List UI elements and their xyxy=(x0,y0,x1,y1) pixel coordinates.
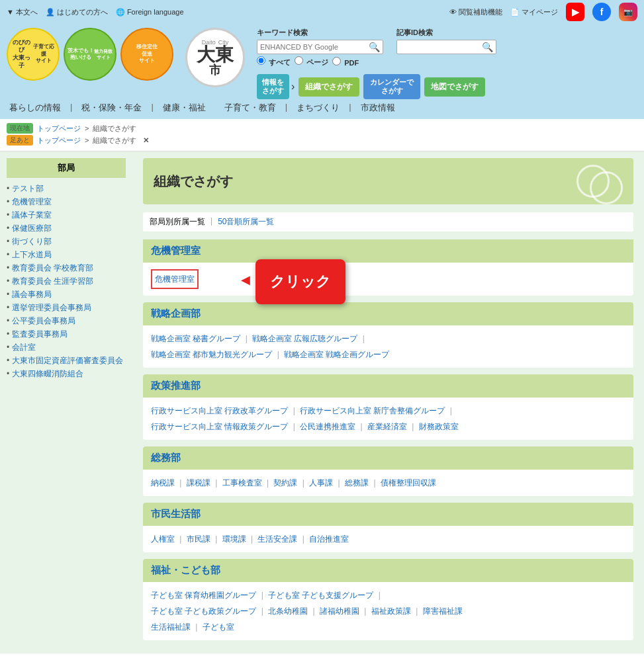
sidebar-link-senkyo[interactable]: 選挙管理委員会事務局 xyxy=(12,303,91,312)
welfare-link-4[interactable]: 北条幼稚園 xyxy=(268,607,308,616)
crisis-header-link[interactable]: 危機管理室 xyxy=(151,245,201,256)
sidebar-link-test[interactable]: テスト部 xyxy=(12,184,44,193)
sidebar-link-3[interactable]: 議体子業室 xyxy=(12,210,52,220)
breadcrumb-current-page: 組織でさがす xyxy=(93,124,136,134)
general-link-3[interactable]: 工事検査室 xyxy=(222,478,262,487)
sidebar-link-shobo[interactable]: 大東四條畷消防組合 xyxy=(12,369,83,378)
welfare-link-7[interactable]: 障害福祉課 xyxy=(423,607,463,616)
sidebar-item: 上下水道局 xyxy=(7,249,126,261)
general-link-5[interactable]: 人事課 xyxy=(309,478,333,487)
miryoku-logo[interactable]: 茨木でも！抱いける魅力発散サイト xyxy=(64,28,116,81)
citizen-header-link[interactable]: 市民生活部 xyxy=(151,508,201,519)
breadcrumb-history-top-link[interactable]: トップページ xyxy=(37,136,81,146)
sidebar-link-suido[interactable]: 上下水道局 xyxy=(12,250,52,259)
sidebar-link-kohei[interactable]: 公平委員会事務局 xyxy=(12,316,75,325)
article-search-input-row: 🔍 xyxy=(396,40,496,54)
policy-link-3[interactable]: 行政サービス向上室 情報政策グループ xyxy=(151,422,288,431)
nav-machi[interactable]: まちづくり xyxy=(294,102,342,114)
policy-link-2[interactable]: 行政サービス向上室 新庁舎整備グループ xyxy=(300,406,445,415)
facebook-icon[interactable]: f xyxy=(592,3,611,21)
foreign-link[interactable]: 🌐 Foreign language xyxy=(116,8,184,17)
policy-link-6[interactable]: 財務政策室 xyxy=(419,422,459,431)
general-link-7[interactable]: 債権整理回収課 xyxy=(381,478,436,487)
crisis-room-link[interactable]: 危機管理室 xyxy=(155,274,195,284)
citizen-link-3[interactable]: 環境課 xyxy=(222,534,246,544)
general-link-1[interactable]: 納税課 xyxy=(151,478,175,487)
general-link-6[interactable]: 総務課 xyxy=(345,478,369,487)
sidebar-link-gikai[interactable]: 議会事務局 xyxy=(12,290,52,299)
general-link-2[interactable]: 課税課 xyxy=(187,478,210,487)
strategy-link-2[interactable]: 戦略企画室 広報広聴グループ xyxy=(252,334,357,343)
citizen-link-1[interactable]: 人権室 xyxy=(151,534,175,544)
policy-body: 行政サービス向上室 行政改革グループ | 行政サービス向上室 新庁舎整備グループ… xyxy=(143,398,633,440)
info-search-button[interactable]: 情報をさがす xyxy=(257,74,289,99)
history-badge: 足あと xyxy=(7,135,33,146)
mypage-link[interactable]: 📄 マイページ xyxy=(510,7,558,17)
sidebar-link-edu1[interactable]: 教育委員会 学校教育部 xyxy=(12,263,93,273)
welfare-link-1[interactable]: 子ども室 保育幼稚園グループ xyxy=(151,591,256,600)
sidebar-link-kotei[interactable]: 大東市固定資産評価審査委員会 xyxy=(12,356,123,365)
general-body: 納税課 | 課税課 | 工事検査室 | 契約課 | 人事課 | 総務課 | 債権… xyxy=(143,470,633,496)
radio-all[interactable]: すべて xyxy=(257,56,291,67)
map-search-button[interactable]: 地図でさがす xyxy=(424,77,485,97)
welfare-header-link[interactable]: 福祉・こども部 xyxy=(151,564,220,575)
citizen-link-5[interactable]: 自治推進室 xyxy=(309,534,349,544)
citizen-link-2[interactable]: 市民課 xyxy=(187,534,210,544)
hajimete-link[interactable]: 👤 はじめての方へ xyxy=(46,7,108,17)
org-search-button[interactable]: 組織でさがす xyxy=(299,77,359,97)
youtube-icon[interactable]: ▶ xyxy=(566,3,584,21)
policy-header-link[interactable]: 政策推進部 xyxy=(151,380,201,391)
general-header-link[interactable]: 総務部 xyxy=(151,452,181,463)
welfare-link-3[interactable]: 子ども室 子ども政策グループ xyxy=(151,607,256,616)
citizen-link-4[interactable]: 生活安全課 xyxy=(257,534,297,544)
welfare-link-2[interactable]: 子ども室 子ども支援グループ xyxy=(268,591,373,600)
nav-kenko[interactable]: 健康・福祉 xyxy=(160,102,208,114)
50on-list-link[interactable]: 50音順所属一覧 xyxy=(218,216,274,228)
general-link-4[interactable]: 契約課 xyxy=(273,478,297,487)
strategy-link-3[interactable]: 戦略企画室 都市魅力観光グループ xyxy=(151,350,272,359)
sidebar-link-kiki[interactable]: 危機管理室 xyxy=(12,197,52,206)
strategy-link-4[interactable]: 戦略企画室 戦略企画グループ xyxy=(284,350,389,359)
sidebar-item: テスト部 xyxy=(7,183,126,194)
header-search: キーワード検索 🔍 すべて ページ PDF 記事ID検索 🔍 xyxy=(257,28,637,99)
top-right-links: 👁 関覧補助機能 📄 マイページ ▶ f 📷 xyxy=(449,3,637,21)
breadcrumb-top-link[interactable]: トップページ xyxy=(37,124,81,134)
top-links: ▼ 本文へ 👤 はじめての方へ 🌐 Foreign language xyxy=(7,7,184,17)
instagram-icon[interactable]: 📷 xyxy=(619,3,637,21)
sidebar-link-machi[interactable]: 街づくり部 xyxy=(12,237,52,246)
welfare-link-8[interactable]: 生活福祉課 xyxy=(151,622,191,632)
radio-page[interactable]: ページ xyxy=(295,56,328,67)
article-search-input[interactable] xyxy=(400,42,479,52)
nav-kosodate[interactable]: 子育て・教育 xyxy=(222,102,279,114)
sidebar-link-kaikei[interactable]: 会計室 xyxy=(12,343,36,352)
keyword-search-button[interactable]: 🔍 xyxy=(369,42,380,52)
strategy-header-link[interactable]: 戦略企画部 xyxy=(151,308,201,319)
welfare-link-6[interactable]: 福祉政策課 xyxy=(371,607,411,616)
citizen-section: 市民生活部 人権室 | 市民課 | 環境課 | 生活安全課 | 自治推進室 xyxy=(143,503,633,552)
keyword-search-input[interactable] xyxy=(260,43,366,51)
radio-pdf[interactable]: PDF xyxy=(332,57,359,67)
strategy-link-1[interactable]: 戦略企画室 秘書グループ xyxy=(151,334,240,343)
nav-kurashi[interactable]: 暮らしの情報 xyxy=(7,102,64,114)
nav-shiseijoho[interactable]: 市政情報 xyxy=(358,102,398,114)
sidebar-link-edu2[interactable]: 教育委員会 生涯学習部 xyxy=(12,276,93,286)
policy-link-4[interactable]: 公民連携推進室 xyxy=(300,422,355,431)
policy-link-1[interactable]: 行政サービス向上室 行政改革グループ xyxy=(151,406,288,415)
welfare-link-5[interactable]: 諸福幼稚園 xyxy=(320,607,359,616)
search-row: キーワード検索 🔍 すべて ページ PDF 記事ID検索 🔍 xyxy=(257,28,637,67)
click-annotation: クリック xyxy=(255,259,345,304)
honbun-link[interactable]: ▼ 本文へ xyxy=(7,7,38,17)
calendar-search-button[interactable]: カレンダーでさがす xyxy=(363,74,420,99)
sidebar-link-hoken[interactable]: 保健医療部 xyxy=(12,224,52,233)
nav-zei[interactable]: 税・保険・年金 xyxy=(79,102,144,114)
sidebar-link-kansa[interactable]: 監査委員事務局 xyxy=(12,329,68,339)
sidebar-item: 危機管理室 xyxy=(7,196,126,208)
ijyu-logo[interactable]: 移住定住促進サイト xyxy=(120,28,173,81)
welfare-link-9[interactable]: 子ども室 xyxy=(203,622,234,632)
accessibility-link[interactable]: 👁 関覧補助機能 xyxy=(449,7,502,17)
policy-link-5[interactable]: 産業経済室 xyxy=(367,422,407,431)
kosodate-logo[interactable]: のびのび大東っ子子育て応援サイト xyxy=(7,28,60,81)
list-links: 部局別所属一覧 部局別所属一覧 | 50音順所属一覧 xyxy=(143,212,633,231)
breadcrumb-close-button[interactable]: ✕ xyxy=(143,136,149,145)
article-search-button[interactable]: 🔍 xyxy=(482,42,493,52)
